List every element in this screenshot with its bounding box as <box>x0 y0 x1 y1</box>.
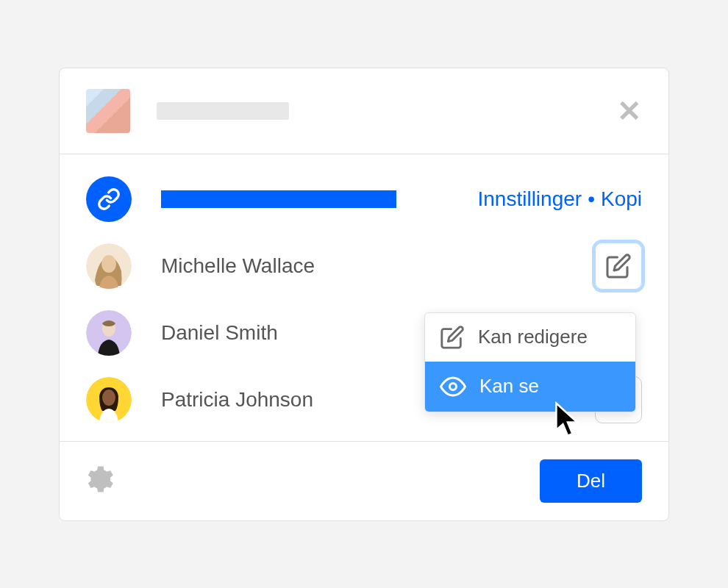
share-link-row: Innstillinger • Kopi <box>86 176 642 222</box>
avatar <box>86 243 132 289</box>
link-settings-button[interactable]: Innstillinger <box>478 187 582 211</box>
eye-icon <box>440 373 466 400</box>
edit-icon <box>440 325 465 350</box>
dropdown-option-label: Kan redigere <box>478 326 588 348</box>
file-title-placeholder <box>157 102 289 120</box>
link-icon <box>86 176 132 222</box>
svg-point-1 <box>101 255 116 273</box>
permission-toggle-edit[interactable] <box>595 243 642 290</box>
user-row: Michelle Wallace <box>86 243 642 290</box>
dropdown-option-edit[interactable]: Kan redigere <box>425 313 635 362</box>
user-name: Daniel Smith <box>161 321 278 345</box>
link-url-placeholder <box>161 190 396 208</box>
close-button[interactable]: ✕ <box>617 96 642 126</box>
modal-header: ✕ <box>60 68 668 154</box>
user-name: Michelle Wallace <box>161 254 315 278</box>
edit-icon <box>605 253 632 279</box>
user-name: Patricia Johnson <box>161 388 313 412</box>
avatar <box>86 377 132 423</box>
file-thumbnail <box>86 89 130 133</box>
share-button[interactable]: Del <box>540 459 642 503</box>
avatar <box>86 310 132 356</box>
gear-icon <box>86 465 114 493</box>
dropdown-option-label: Kan se <box>479 375 539 398</box>
share-modal: ✕ Innstillinger • Kopi <box>59 68 669 521</box>
permission-dropdown: Kan redigere Kan se <box>424 312 636 412</box>
svg-point-5 <box>102 390 115 406</box>
settings-gear-button[interactable] <box>86 465 114 496</box>
link-copy-button[interactable]: Kopi <box>601 187 642 211</box>
svg-point-7 <box>450 383 457 390</box>
dropdown-option-view[interactable]: Kan se <box>425 362 635 412</box>
modal-footer: Del <box>60 442 668 520</box>
separator-dot: • <box>588 187 595 211</box>
link-actions: Innstillinger • Kopi <box>478 187 643 211</box>
